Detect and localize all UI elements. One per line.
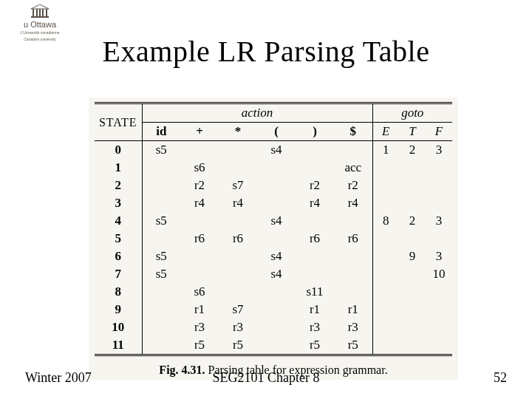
action-cell [142,318,180,336]
goto-cell [399,265,426,283]
action-cell [219,265,257,283]
table-row: 4s5s4823 [95,212,452,230]
goto-cell [399,194,426,212]
action-cell: r1 [334,301,372,318]
action-cell: r1 [180,301,219,318]
action-cell: s5 [142,248,180,265]
goto-cell: 9 [399,248,426,265]
action-cell: r6 [296,230,334,248]
action-cell: r4 [334,194,372,212]
goto-cell [426,194,452,212]
goto-cell: 3 [426,212,452,230]
state-cell: 0 [95,141,142,160]
action-cell [142,301,180,318]
action-cell [180,265,219,283]
logo-name: u Ottawa [10,21,69,29]
action-cell: r3 [219,318,257,336]
goto-header: goto [401,106,423,120]
svg-rect-4 [42,9,44,16]
action-cell: s11 [296,283,334,301]
action-cell [142,283,180,301]
action-cell [142,194,180,212]
action-cell [296,248,334,265]
action-col-header: ( [257,123,296,141]
footer-center: SEG2101 Chapter 8 [0,370,532,386]
parsing-table-wrap: STATE action goto id+*()$ETF 0s5s41231s6… [89,98,458,380]
action-cell: r5 [180,336,219,355]
svg-rect-5 [46,9,47,16]
table-row: 7s5s410 [95,265,452,283]
goto-cell [372,230,399,248]
action-cell [334,248,372,265]
goto-cell: 3 [426,141,452,160]
action-cell: r3 [334,318,372,336]
action-cell: s7 [219,177,257,194]
action-cell: r3 [180,318,219,336]
goto-cell [426,318,452,336]
goto-cell [399,283,426,301]
action-cell: r1 [296,301,334,318]
table-row: 8s6s11 [95,283,452,301]
action-col-header: $ [334,123,372,141]
action-cell [257,230,296,248]
svg-rect-1 [33,9,34,16]
action-cell [257,336,296,355]
action-cell: r5 [334,336,372,355]
goto-cell [426,230,452,248]
action-cell: acc [334,159,372,177]
goto-cell [372,265,399,283]
state-cell: 2 [95,177,142,194]
state-cell: 8 [95,283,142,301]
state-cell: 10 [95,318,142,336]
action-cell: r2 [334,177,372,194]
goto-cell [399,318,426,336]
action-cell [219,159,257,177]
action-cell [257,301,296,318]
action-cell [142,159,180,177]
action-cell [142,336,180,355]
svg-rect-6 [31,16,49,18]
action-cell: s6 [180,159,219,177]
goto-cell [426,177,452,194]
action-cell: r2 [180,177,219,194]
action-cell: s4 [257,248,296,265]
goto-col-header: T [399,123,426,141]
action-cell: r5 [219,336,257,355]
goto-cell: 2 [399,141,426,160]
action-cell [296,265,334,283]
goto-cell [372,177,399,194]
state-cell: 6 [95,248,142,265]
goto-cell [426,283,452,301]
action-cell [180,141,219,160]
action-cell [257,159,296,177]
state-cell: 4 [95,212,142,230]
footer-page-number: 52 [494,370,507,386]
action-cell: s5 [142,265,180,283]
goto-cell [372,159,399,177]
action-cell [180,212,219,230]
state-cell: 11 [95,336,142,355]
action-cell: s4 [257,141,296,160]
action-cell [296,159,334,177]
action-cell: r6 [334,230,372,248]
svg-marker-0 [31,4,49,9]
table-row: 1s6acc [95,159,452,177]
action-col-header: ) [296,123,334,141]
action-col-header: + [180,123,219,141]
table-row: 10r3r3r3r3 [95,318,452,336]
goto-cell [399,336,426,355]
action-cell [296,212,334,230]
action-cell [334,212,372,230]
table-row: 0s5s4123 [95,141,452,160]
parsing-table: STATE action goto id+*()$ETF 0s5s41231s6… [95,102,452,356]
svg-rect-2 [36,9,38,16]
action-cell: r5 [296,336,334,355]
table-row: 9r1s7r1r1 [95,301,452,318]
table-row: 5r6r6r6r6 [95,230,452,248]
action-cell: s5 [142,141,180,160]
action-cell [334,265,372,283]
state-cell: 9 [95,301,142,318]
goto-cell [372,318,399,336]
action-cell: r6 [180,230,219,248]
action-cell [257,283,296,301]
